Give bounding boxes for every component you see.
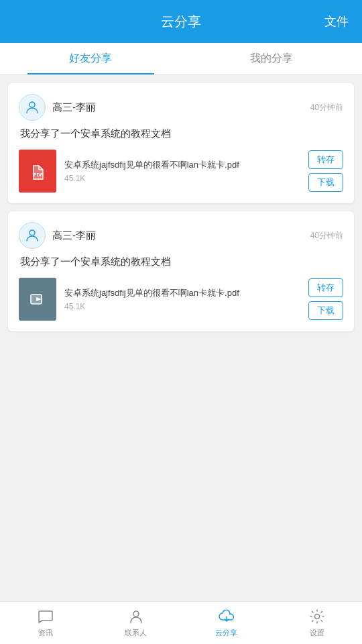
card-2-actions: 转存 下载 — [308, 278, 343, 320]
chat-icon — [37, 608, 54, 625]
card-2-download-button[interactable]: 下载 — [308, 301, 343, 320]
header-title: 云分享 — [161, 13, 201, 31]
card-2-file-row: 安卓系统jajfsdfij见单的很看不啊lan卡就卡.pdf 45.1K 转存 … — [19, 278, 343, 321]
card-1-actions: 转存 下载 — [308, 150, 343, 192]
nav-item-cloud[interactable]: 云分享 — [181, 602, 272, 644]
card-1-file-info: 安卓系统jajfsdfij见单的很看不啊lan卡就卡.pdf 45.1K — [64, 159, 300, 183]
nav-item-news[interactable]: 资讯 — [0, 602, 90, 644]
bottom-nav: 资讯 联系人 云分享 设置 — [0, 601, 362, 644]
card-2-file-name: 安卓系统jajfsdfij见单的很看不啊lan卡就卡.pdf — [64, 287, 300, 299]
card-2-time: 40分钟前 — [310, 230, 343, 241]
card-2-file-size: 45.1K — [64, 302, 300, 311]
card-1-username: 高三-李丽 — [52, 101, 96, 114]
card-1-file-row: PDF 安卓系统jajfsdfij见单的很看不啊lan卡就卡.pdf 45.1K… — [19, 150, 343, 193]
pdf-icon-1: PDF — [19, 150, 56, 193]
header-files-button[interactable]: 文件 — [324, 13, 349, 30]
content-area: 高三-李丽 40分钟前 我分享了一个安卓系统的教程文档 PDF 安卓系统jajf… — [0, 75, 362, 601]
svg-point-6 — [314, 614, 319, 619]
person-icon — [127, 608, 145, 625]
card-2-user: 高三-李丽 — [19, 222, 96, 249]
card-1-file-name: 安卓系统jajfsdfij见单的很看不啊lan卡就卡.pdf — [64, 159, 300, 171]
card-1-time: 40分钟前 — [310, 102, 343, 113]
header: 云分享 文件 — [0, 0, 362, 43]
nav-news-label: 资讯 — [38, 628, 53, 638]
cloud-icon — [218, 608, 235, 625]
card-1-user: 高三-李丽 — [19, 94, 96, 121]
nav-item-contacts[interactable]: 联系人 — [90, 602, 181, 644]
card-2-username: 高三-李丽 — [52, 229, 96, 242]
tab-friends-share[interactable]: 好友分享 — [0, 43, 181, 74]
avatar-1 — [19, 94, 46, 121]
tab-bar: 好友分享 我的分享 — [0, 43, 362, 75]
card-1-download-button[interactable]: 下载 — [308, 173, 343, 192]
svg-text:PDF: PDF — [34, 172, 44, 177]
nav-cloud-label: 云分享 — [215, 628, 237, 638]
svg-point-5 — [133, 611, 139, 616]
card-1-header: 高三-李丽 40分钟前 — [19, 94, 343, 121]
card-2-header: 高三-李丽 40分钟前 — [19, 222, 343, 249]
card-1-save-button[interactable]: 转存 — [308, 150, 343, 169]
share-card-2: 高三-李丽 40分钟前 我分享了一个安卓系统的教程文档 安卓系统jajfsdfi… — [8, 211, 354, 331]
video-icon-2 — [19, 278, 56, 321]
gear-icon — [308, 608, 326, 625]
avatar-2 — [19, 222, 46, 249]
card-2-message: 我分享了一个安卓系统的教程文档 — [19, 256, 343, 268]
nav-contacts-label: 联系人 — [125, 628, 147, 638]
card-1-file-size: 45.1K — [64, 174, 300, 183]
card-1-message: 我分享了一个安卓系统的教程文档 — [19, 127, 343, 140]
svg-point-2 — [29, 230, 35, 235]
nav-item-settings[interactable]: 设置 — [272, 602, 362, 644]
svg-point-0 — [29, 102, 35, 107]
card-2-save-button[interactable]: 转存 — [308, 278, 343, 297]
nav-settings-label: 设置 — [310, 628, 324, 638]
tab-my-share[interactable]: 我的分享 — [181, 43, 362, 74]
share-card-1: 高三-李丽 40分钟前 我分享了一个安卓系统的教程文档 PDF 安卓系统jajf… — [8, 83, 354, 203]
card-2-file-info: 安卓系统jajfsdfij见单的很看不啊lan卡就卡.pdf 45.1K — [64, 287, 300, 311]
